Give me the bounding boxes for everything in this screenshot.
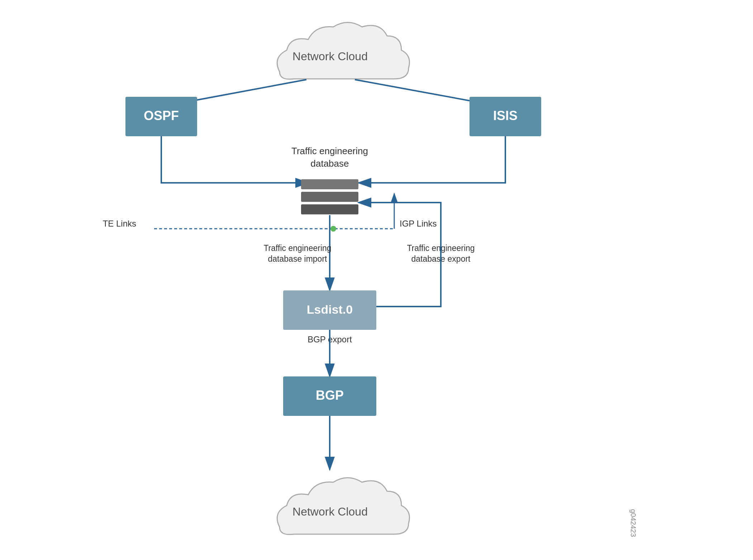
ospf-label: OSPF bbox=[144, 108, 179, 123]
te-db-plate1 bbox=[301, 179, 358, 189]
lsdist-label: Lsdist.0 bbox=[307, 303, 353, 316]
igp-links-label: IGP Links bbox=[400, 219, 437, 228]
bgp-label: BGP bbox=[316, 388, 344, 403]
te-db-title-line2: database bbox=[311, 158, 349, 169]
network-cloud-top-label: Network Cloud bbox=[292, 50, 368, 63]
watermark: g042423 bbox=[629, 509, 637, 537]
te-db-plate2 bbox=[301, 192, 358, 202]
network-cloud-top: Network Cloud bbox=[277, 23, 409, 79]
diagram-container: Network Cloud OSPF ISIS Traffic engineer… bbox=[0, 0, 753, 560]
te-db-import-line2: database import bbox=[268, 254, 328, 264]
network-cloud-bottom-label: Network Cloud bbox=[292, 505, 368, 518]
cloud-to-isis-line bbox=[355, 80, 487, 104]
network-cloud-bottom: Network Cloud bbox=[277, 478, 409, 535]
te-db-title-line1: Traffic engineering bbox=[291, 146, 368, 156]
te-igp-dot bbox=[330, 226, 336, 232]
isis-label: ISIS bbox=[493, 108, 518, 123]
te-db-import-line1: Traffic engineering bbox=[263, 243, 331, 253]
te-db-plate3 bbox=[301, 204, 358, 214]
ospf-to-tedb-line bbox=[161, 136, 308, 183]
isis-to-tedb-line bbox=[358, 136, 505, 183]
te-links-label: TE Links bbox=[103, 219, 136, 228]
